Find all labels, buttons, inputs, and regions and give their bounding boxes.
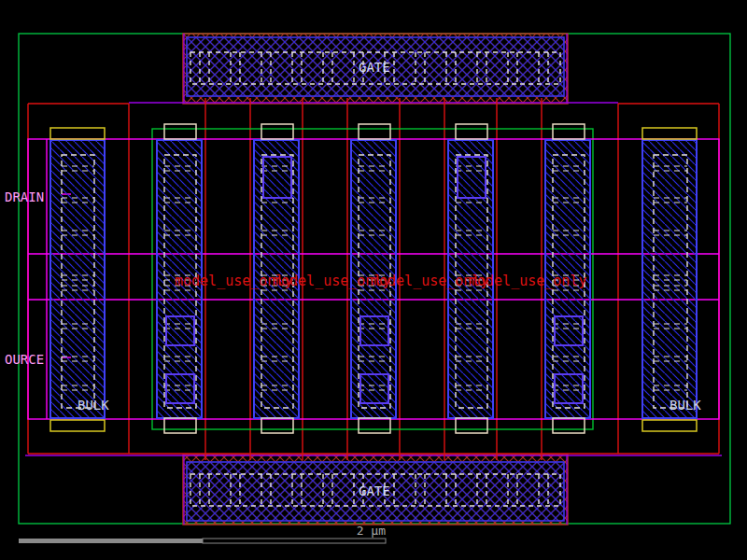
bulk-contact-column-left[interactable] [50,128,105,431]
scale-bar [19,539,386,543]
scale-label: 2 µm [357,524,386,538]
watermark-text-4: model_use_only [469,273,586,289]
gate-label-top: GATE [359,60,390,75]
bulk-label-left: BULK [78,398,109,413]
source-label: OURCE [5,352,44,367]
drain-label: DRAIN [5,189,44,204]
bulk-label-right: BULK [669,398,701,413]
bulk-contact-column-right[interactable] [642,128,697,431]
gate-label-bottom: GATE [359,483,390,498]
layout-canvas[interactable]: DRAIN OURCE BULK BULK GATE GATE model_us… [0,0,747,560]
